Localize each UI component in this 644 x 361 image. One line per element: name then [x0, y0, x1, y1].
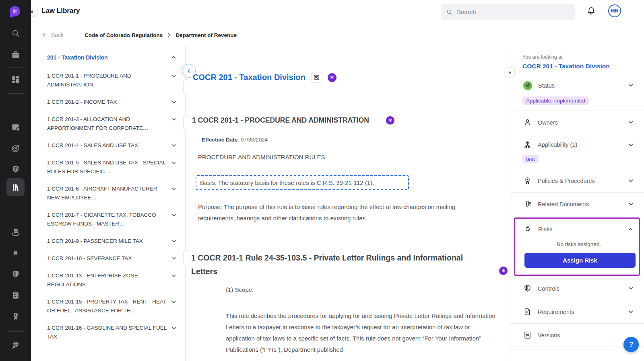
search-icon[interactable] — [11, 29, 20, 38]
requirements-row[interactable]: Requirements — [523, 300, 634, 323]
note-edit-button[interactable] — [311, 72, 322, 83]
ai-assistant-badge[interactable]: ✻ — [499, 267, 508, 275]
paperclip-icon — [523, 200, 532, 208]
chevron-down-icon[interactable] — [171, 160, 177, 166]
chevron-down-icon[interactable] — [171, 273, 177, 279]
chevron-down-icon[interactable] — [627, 285, 634, 292]
search-input[interactable] — [457, 8, 566, 15]
notifications-bell-icon[interactable] — [587, 6, 596, 15]
global-search[interactable] — [441, 4, 575, 20]
document-tray-icon[interactable] — [11, 228, 20, 237]
rules-intro-text: PROCEDURE AND ADMINISTRATION RULES — [198, 154, 325, 160]
chevron-down-icon[interactable] — [627, 142, 634, 148]
tree-item[interactable]: 1 CCR 201-16 - GASOLINE AND SPECIAL FUEL… — [47, 324, 177, 341]
briefcase-icon[interactable] — [11, 50, 20, 59]
target-icon[interactable] — [11, 144, 20, 153]
chevron-down-icon[interactable] — [171, 325, 177, 331]
tree-item[interactable]: 1 CCR 201-10 - SEVERANCE TAX — [47, 254, 177, 263]
assign-risk-button[interactable]: Assign Risk — [524, 253, 636, 268]
ai-assistant-badge[interactable]: ✻ — [328, 73, 336, 82]
details-title[interactable]: COCR 201 - Taxation Division — [522, 63, 634, 70]
clipboard-check-icon[interactable] — [11, 291, 20, 300]
section-anchor-tab[interactable] — [183, 79, 189, 94]
applicability-badge: test — [522, 155, 539, 163]
chevron-down-icon[interactable] — [171, 255, 177, 262]
tree-item[interactable]: 1 CCR 201-6 - AIRCRAFT MANUFACTURER NEW … — [47, 185, 177, 202]
chevron-down-icon[interactable] — [171, 99, 177, 105]
section-anchor-tab[interactable] — [183, 250, 189, 265]
chevron-up-icon[interactable] — [170, 54, 177, 61]
nav-item-law-library-active[interactable] — [6, 178, 25, 196]
document-title[interactable]: COCR 201 - Taxation Division — [193, 73, 305, 82]
breadcrumb-item-department[interactable]: Department of Revenue — [175, 32, 237, 38]
chevron-down-icon[interactable] — [627, 177, 634, 184]
risks-empty-text: No risks assigned. — [524, 241, 634, 247]
search-icon — [446, 8, 453, 16]
section-related: Related Documents — [510, 193, 644, 215]
shield-icon[interactable] — [11, 270, 20, 279]
back-button[interactable]: Back — [41, 31, 64, 39]
note-edit-icon — [313, 74, 320, 81]
owners-row[interactable]: Owners — [523, 111, 634, 134]
breadcrumb-bar: Back Code of Colorado Regulations Depart… — [31, 24, 644, 46]
document-viewer: COCR 201 - Taxation Division ✻ 1 COCR 20… — [185, 46, 510, 361]
chevron-down-icon[interactable] — [171, 212, 177, 218]
tree-item[interactable]: 1 CCR 201-7 - CIGARETTE TAX, TOBACCO ESC… — [47, 211, 177, 228]
panel-collapse-button[interactable]: » — [505, 67, 515, 77]
tree-item[interactable]: 1 CCR 201-13 - ENTERPRISE ZONE REGULATIO… — [47, 271, 177, 289]
chevron-down-icon[interactable] — [171, 238, 177, 244]
help-button[interactable]: ? — [623, 337, 639, 352]
back-label: Back — [51, 32, 64, 38]
basis-highlighted-text[interactable]: Basis: The statutory basis for these rul… — [196, 175, 409, 190]
chevron-down-icon[interactable] — [171, 299, 177, 305]
tree-item[interactable]: 1 CCR 201-9 - PASSENGER MILE TAX — [47, 237, 177, 246]
tree-item[interactable]: 1 CCR 201-5 - SALES AND USE TAX - SPECIA… — [47, 158, 177, 176]
section-requirements: Requirements — [510, 300, 644, 324]
policies-row[interactable]: Policies & Procedures — [523, 169, 634, 192]
chevron-down-icon[interactable] — [171, 142, 177, 149]
chevron-down-icon[interactable] — [627, 308, 634, 315]
section-anchor-tab[interactable] — [183, 115, 189, 130]
tree-item[interactable]: 1 CCR 201-3 - ALLOCATION AND APPORTIONME… — [47, 115, 177, 133]
tree-collapse-button[interactable] — [182, 64, 196, 78]
page-title: Law Library — [41, 7, 80, 15]
brand-logo-icon[interactable]: ✻ — [10, 6, 20, 16]
ai-assistant-badge[interactable]: ✻ — [386, 116, 394, 125]
section-controls: Controls — [510, 277, 644, 300]
chevron-down-icon[interactable] — [627, 201, 634, 207]
chevron-up-icon[interactable] — [627, 226, 634, 233]
status-row[interactable]: Status — [523, 74, 634, 97]
section-heading: 1 COCR 201-1 - PROCEDURE AND ADMINISTRAT… — [192, 116, 369, 125]
applicability-row[interactable]: Applicability (1) — [523, 134, 634, 155]
globe-search-icon[interactable] — [11, 340, 20, 350]
risks-section-highlighted: Risks No risks assigned. Assign Risk — [514, 217, 640, 276]
breadcrumb-item-regulations[interactable]: Code of Colorado Regulations — [85, 32, 163, 38]
versions-row[interactable]: Versions — [523, 324, 634, 347]
rule-body-paragraph: This rule describes the procedures for a… — [226, 310, 496, 355]
related-documents-row[interactable]: Related Documents — [523, 193, 634, 215]
rail-divider — [7, 68, 24, 68]
flame-icon[interactable] — [11, 249, 20, 258]
dashboard-icon[interactable] — [11, 75, 20, 84]
shield-globe-icon[interactable] — [11, 165, 20, 174]
award-ribbon-icon[interactable] — [11, 312, 20, 321]
tree-item[interactable]: 1 CCR 201-15 - PROPERTY TAX - RENT - HEA… — [47, 297, 177, 315]
tree-item[interactable]: 1 CCR 201-1 - PROCEDURE AND ADMINISTRATI… — [47, 72, 177, 89]
chevron-down-icon[interactable] — [627, 82, 634, 89]
user-avatar[interactable]: MN — [608, 4, 621, 17]
topbar: » Law Library MN — [31, 0, 644, 24]
chevron-down-icon[interactable] — [171, 73, 177, 79]
tree-root-taxation-division[interactable]: 201 - Taxation Division — [47, 54, 177, 61]
controls-row[interactable]: Controls — [523, 277, 634, 300]
shield-half-icon — [523, 284, 532, 293]
chevron-down-icon[interactable] — [627, 119, 634, 126]
library-books-icon — [11, 183, 20, 192]
chevron-down-icon[interactable] — [171, 186, 177, 192]
news-alert-icon[interactable] — [11, 123, 20, 132]
tree-item[interactable]: 1 CCR 201-2 - INCOME TAX — [47, 98, 177, 107]
scope-label: (1) Scope. — [226, 286, 254, 293]
risks-row[interactable]: Risks — [524, 219, 634, 240]
tree-item[interactable]: 1 CCR 201-4 - SALES AND USE TAX — [47, 141, 177, 150]
chevron-right-icon — [166, 32, 172, 38]
chevron-down-icon[interactable] — [171, 116, 177, 123]
